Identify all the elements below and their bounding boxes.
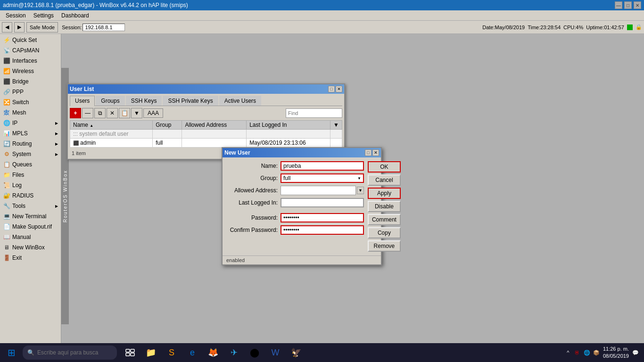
allowed-dropdown-button[interactable]: ▼ <box>357 187 364 194</box>
new-user-body: Name: Group: full ▼ <box>223 157 381 255</box>
close-button[interactable]: ✕ <box>634 1 641 9</box>
comment-button[interactable]: Comment <box>368 214 401 225</box>
sidebar-item-new-winbox[interactable]: 🖥 New WinBox <box>0 242 61 253</box>
taskbar-icon-telegram[interactable]: ✈ <box>226 345 241 360</box>
add-user-button[interactable]: + <box>70 108 81 118</box>
sidebar-item-mesh[interactable]: 🕸 Mesh <box>0 107 61 118</box>
notification-icon[interactable]: 💬 <box>632 349 639 356</box>
user-list-minimize[interactable]: □ <box>328 86 335 92</box>
sidebar-item-radius[interactable]: 🔐 RADIUS <box>0 190 61 201</box>
sidebar-item-routing[interactable]: 🔄 Routing <box>0 139 61 149</box>
menu-bar: Session Settings Dashboard <box>0 10 644 21</box>
sidebar-item-exit[interactable]: 🚪 Exit <box>0 253 61 263</box>
safe-mode-button[interactable]: Safe Mode <box>26 22 58 33</box>
sidebar-item-switch[interactable]: 🔀 Switch <box>0 97 61 107</box>
paste-user-button[interactable]: 📋 <box>119 108 130 118</box>
sidebar-item-make-supout[interactable]: 📄 Make Supout.rif <box>0 222 61 232</box>
tab-active-users[interactable]: Active Users <box>219 96 261 106</box>
col-name[interactable]: Name ▲ <box>70 121 153 130</box>
apply-button[interactable]: Apply <box>368 188 401 199</box>
tab-groups[interactable]: Groups <box>96 96 124 106</box>
tray-dropbox-icon[interactable]: 📦 <box>593 349 600 356</box>
menu-settings[interactable]: Settings <box>30 11 58 20</box>
new-user-title-bar[interactable]: New User □ ✕ <box>223 148 381 157</box>
taskbar-icon-edge[interactable]: e <box>185 345 200 360</box>
aaa-button[interactable]: AAA <box>143 108 163 118</box>
routing-icon: 🔄 <box>3 140 10 148</box>
name-field[interactable] <box>281 161 364 171</box>
tab-ssh-private-keys[interactable]: SSH Private Keys <box>163 96 218 106</box>
menu-session[interactable]: Session <box>2 11 30 20</box>
taskbar-icon-mikrotik[interactable]: 🦅 <box>289 345 304 360</box>
tab-users[interactable]: Users <box>70 96 95 106</box>
taskbar-icon-sublime[interactable]: S <box>164 345 179 360</box>
group-select[interactable]: full ▼ <box>281 173 364 183</box>
session-address[interactable]: 192.168.8.1 <box>83 24 125 31</box>
tray-network-icon[interactable]: 🌐 <box>583 349 591 356</box>
admin-last-logged-cell: May/08/2019 23:13:06 <box>247 139 330 148</box>
col-expand[interactable]: ▼ <box>330 121 342 130</box>
minimize-button[interactable]: — <box>615 1 622 9</box>
radius-icon: 🔐 <box>3 192 10 199</box>
sidebar-item-files[interactable]: 📁 Files <box>0 170 61 180</box>
remove-user-button[interactable]: — <box>82 108 93 118</box>
sidebar-item-queues[interactable]: 📋 Queues <box>0 159 61 170</box>
col-last-logged[interactable]: Last Logged In <box>247 121 330 130</box>
system-name-cell: ::: system default user <box>70 130 153 139</box>
sidebar-item-system[interactable]: ⚙ System <box>0 149 61 159</box>
uptime-label: Uptime:01:42:57 <box>586 25 624 30</box>
sidebar-item-interfaces[interactable]: ⬛ Interfaces <box>0 56 61 66</box>
allowed-address-field[interactable] <box>281 186 356 195</box>
tray-up-arrow[interactable]: ^ <box>564 349 572 356</box>
find-input[interactable] <box>286 108 342 118</box>
clock[interactable]: 11:26 p. m. 08/05/2019 <box>603 346 629 360</box>
taskbar-icon-task-view[interactable] <box>123 345 138 360</box>
group-dropdown-arrow[interactable]: ▼ <box>357 176 361 181</box>
disable-button[interactable]: Disable <box>368 201 401 212</box>
delete-user-button[interactable]: ✕ <box>107 108 118 118</box>
confirm-password-field[interactable] <box>281 225 364 235</box>
password-field[interactable] <box>281 213 364 222</box>
search-box[interactable]: 🔍 <box>23 346 117 360</box>
new-user-close[interactable]: ✕ <box>372 149 379 156</box>
sidebar-item-wireless[interactable]: 📶 Wireless <box>0 66 61 76</box>
remove-button[interactable]: Remove <box>368 240 401 252</box>
sidebar-item-new-terminal[interactable]: 💻 New Terminal <box>0 211 61 222</box>
col-group[interactable]: Group <box>153 121 182 130</box>
lock-icon: 🔒 <box>636 24 642 30</box>
user-list-close[interactable]: ✕ <box>336 86 342 92</box>
col-allowed[interactable]: Allowed Address <box>182 121 247 130</box>
back-button[interactable]: ◀ <box>2 22 12 33</box>
taskbar-icon-word[interactable]: W <box>268 345 283 360</box>
taskbar-icon-firefox[interactable]: 🦊 <box>206 345 221 360</box>
new-user-minimize[interactable]: □ <box>365 149 372 156</box>
menu-dashboard[interactable]: Dashboard <box>58 11 93 20</box>
taskbar-icon-chrome[interactable]: ⬤ <box>247 345 262 360</box>
sidebar-item-capsman[interactable]: 📡 CAPsMAN <box>0 45 61 56</box>
cancel-button[interactable]: Cancel <box>368 174 401 186</box>
start-button[interactable]: ⊞ <box>2 344 21 361</box>
capsman-icon: 📡 <box>3 47 10 54</box>
table-row[interactable]: ⬛ admin full May/08/2019 23:13:06 <box>70 139 342 148</box>
tab-ssh-keys[interactable]: SSH Keys <box>126 96 162 106</box>
forward-button[interactable]: ▶ <box>14 22 25 33</box>
user-list-table: Name ▲ Group Allowed Address Last Logged… <box>70 120 342 148</box>
sidebar-item-ip[interactable]: 🌐 IP <box>0 118 61 128</box>
user-list-title-bar[interactable]: User List □ ✕ <box>68 84 344 94</box>
sidebar-item-ppp[interactable]: 🔗 PPP <box>0 87 61 97</box>
status-area: Date:May/08/2019 Time:23:28:54 CPU:4% Up… <box>482 24 642 30</box>
sidebar-item-mpls[interactable]: 📊 MPLS <box>0 128 61 139</box>
sidebar-item-manual[interactable]: 📖 Manual <box>0 232 61 242</box>
sidebar-item-tools[interactable]: 🔧 Tools <box>0 201 61 211</box>
filter-button[interactable]: ▼ <box>131 108 142 118</box>
sidebar-item-log[interactable]: 📜 Log <box>0 180 61 190</box>
ok-button[interactable]: OK <box>368 161 401 173</box>
copy-user-button[interactable]: ⧉ <box>94 108 106 118</box>
tray-antivirus-icon[interactable]: ⛨ <box>574 349 581 356</box>
taskbar-search-input[interactable] <box>37 349 99 356</box>
maximize-button[interactable]: □ <box>624 1 632 9</box>
sidebar-item-bridge[interactable]: ⬛ Bridge <box>0 76 61 87</box>
taskbar-icon-1[interactable]: 📁 <box>143 345 158 360</box>
copy-button[interactable]: Copy <box>368 227 401 239</box>
sidebar-item-quickset[interactable]: ⚡ Quick Set <box>0 35 61 45</box>
